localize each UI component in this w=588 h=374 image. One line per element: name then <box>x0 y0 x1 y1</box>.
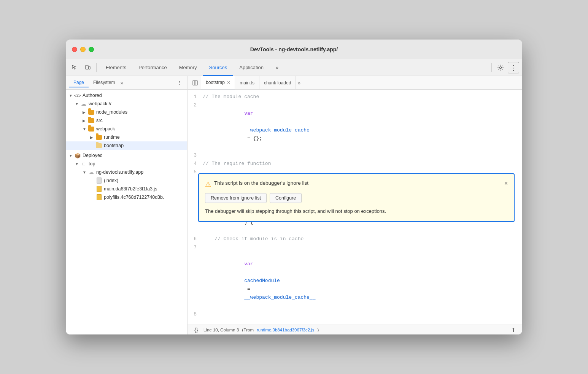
close-button[interactable] <box>72 47 77 52</box>
code-line-1: 1 // The module cache <box>188 93 522 101</box>
code-icon: </> <box>74 92 81 99</box>
file-panel-actions: ⋮ <box>175 78 184 87</box>
bootstrap-label: bootstrap <box>104 143 184 148</box>
file-panel-tab-filesystem[interactable]: Filesystem <box>89 78 119 87</box>
device-toggle-button[interactable] <box>82 62 93 73</box>
expand-arrow: ▼ <box>75 102 80 106</box>
line-num-6: 6 <box>188 235 203 243</box>
settings-button[interactable] <box>495 62 506 73</box>
editor-tab-chunk-loaded[interactable]: chunk loaded <box>259 76 296 90</box>
line-content-4: // The require function <box>203 160 522 168</box>
file-tree: ▼ </> Authored ▼ ☁ webpack:// ▶ node_mod… <box>66 90 187 334</box>
editor-tab-more[interactable]: » <box>297 80 300 86</box>
tree-index-file[interactable]: (index) <box>66 176 187 185</box>
status-close-paren: ) <box>318 328 319 332</box>
remove-from-ignore-list-button[interactable]: Remove from ignore list <box>205 193 267 203</box>
expand-arrow: ▼ <box>75 162 80 166</box>
index-label: (index) <box>104 178 184 183</box>
webpack-label: webpack:// <box>89 101 184 106</box>
tree-polyfills-js[interactable]: polyfills.4c768d7122740d3b. <box>66 193 187 201</box>
editor-tabs: bootstrap × main.ts chunk loaded » <box>188 76 522 90</box>
tree-webpack-folder[interactable]: ▼ webpack <box>66 125 187 133</box>
source-link[interactable]: runtime.0b841bad3967f3c2.js <box>257 328 315 332</box>
webpack-folder-label: webpack <box>96 126 184 132</box>
expand-arrow: ▶ <box>83 110 88 114</box>
code-panel: bootstrap × main.ts chunk loaded » 1 // … <box>188 76 522 334</box>
file-light-icon <box>95 142 102 149</box>
folder-icon <box>88 117 95 124</box>
folder-icon <box>88 125 95 132</box>
tree-main-js[interactable]: main.da63f7b2fe3f1fa3.js <box>66 185 187 193</box>
tree-webpack-root[interactable]: ▼ ☁ webpack:// <box>66 100 187 108</box>
new-file-button[interactable]: ⋮ <box>175 78 184 87</box>
main-js-label: main.da63f7b2fe3f1fa3.js <box>104 186 184 192</box>
code-line-6: 6 // Check if module is in cache <box>188 235 522 243</box>
code-editor[interactable]: 1 // The module cache 2 var __webpack_mo… <box>188 90 522 325</box>
tree-top[interactable]: ▼ □ top <box>66 160 187 168</box>
collapse-sidebar-button[interactable] <box>191 78 200 87</box>
tab-more[interactable]: » <box>270 59 284 76</box>
line-content-2: var __webpack_module_cache__ = {}; <box>203 101 522 151</box>
file-panel: Page Filesystem » ⋮ ▼ </> Authored <box>66 76 188 334</box>
tree-src[interactable]: ▶ src <box>66 116 187 125</box>
toolbar-divider-2 <box>491 63 492 72</box>
minimize-button[interactable] <box>80 47 86 52</box>
file-panel-tabs: Page Filesystem » ⋮ <box>66 76 187 90</box>
line-num-2: 2 <box>188 101 203 109</box>
tab-label-main-ts: main.ts <box>240 80 254 86</box>
devtools-window: DevTools - ng-devtools.netlify.app/ Elem… <box>66 40 522 334</box>
more-options-button[interactable]: ⋮ <box>508 62 519 73</box>
close-tab-bootstrap[interactable]: × <box>227 79 230 86</box>
tree-ng-devtools[interactable]: ▼ ☁ ng-devtools.netlify.app <box>66 168 187 176</box>
tree-section-authored[interactable]: ▼ </> Authored <box>66 91 187 100</box>
toolbar-tabs: Elements Performance Memory Sources Appl… <box>100 59 488 76</box>
maximize-button[interactable] <box>89 47 94 52</box>
tree-runtime[interactable]: ▶ runtime <box>66 133 187 141</box>
file-doc-icon <box>95 177 102 184</box>
line-content-3 <box>203 151 522 160</box>
tree-node-modules[interactable]: ▶ node_modules <box>66 108 187 116</box>
tab-sources[interactable]: Sources <box>203 59 234 76</box>
src-label: src <box>96 118 184 123</box>
authored-label: Authored <box>83 93 184 98</box>
runtime-label: runtime <box>104 135 184 140</box>
tree-section-deployed[interactable]: ▼ 📦 Deployed <box>66 151 187 160</box>
scroll-to-top-button[interactable]: ⬆ <box>509 326 518 334</box>
svg-rect-1 <box>89 67 90 69</box>
close-popup-button[interactable]: × <box>504 180 508 187</box>
line-num-1: 1 <box>188 93 203 101</box>
tree-bootstrap-file[interactable]: bootstrap <box>66 141 187 150</box>
editor-tab-bootstrap[interactable]: bootstrap × <box>201 76 235 90</box>
top-label: top <box>89 161 184 166</box>
ignore-popup-buttons: Remove from ignore list Configure <box>205 193 508 203</box>
configure-button[interactable]: Configure <box>270 193 302 203</box>
status-from-text: (From <box>242 328 254 332</box>
toolbar-divider <box>96 63 97 72</box>
editor-tab-main-ts[interactable]: main.ts <box>235 76 259 90</box>
line-num-8: 8 <box>188 310 203 319</box>
tab-application[interactable]: Application <box>233 59 270 76</box>
tab-label-chunk-loaded: chunk loaded <box>264 80 291 86</box>
title-bar: DevTools - ng-devtools.netlify.app/ <box>66 40 522 59</box>
tab-performance[interactable]: Performance <box>132 59 173 76</box>
ng-devtools-label: ng-devtools.netlify.app <box>96 170 184 175</box>
window-title: DevTools - ng-devtools.netlify.app/ <box>250 46 338 52</box>
file-yellow-icon-2 <box>95 194 102 201</box>
no-arrow <box>90 144 95 148</box>
tab-label-bootstrap: bootstrap <box>206 80 225 85</box>
inspect-element-button[interactable] <box>69 62 80 73</box>
code-line-2: 2 var __webpack_module_cache__ = {}; <box>188 101 522 151</box>
warning-icon: ⚠ <box>205 180 211 189</box>
ignore-popup-header: ⚠ This script is on the debugger's ignor… <box>205 180 508 189</box>
tab-memory[interactable]: Memory <box>173 59 203 76</box>
file-panel-tab-page[interactable]: Page <box>69 78 89 87</box>
line-content-1: // The module cache <box>203 93 522 101</box>
format-button[interactable]: {} <box>192 326 200 334</box>
box-folder-icon: □ <box>80 160 87 167</box>
expand-arrow: ▶ <box>83 119 88 123</box>
line-content-6: // Check if module is in cache <box>203 235 522 243</box>
expand-arrow: ▼ <box>69 154 74 158</box>
line-content-8: if ( cachedModule !== undefined) { <box>203 310 522 325</box>
tab-elements[interactable]: Elements <box>100 59 132 76</box>
file-panel-tab-more[interactable]: » <box>120 80 123 86</box>
